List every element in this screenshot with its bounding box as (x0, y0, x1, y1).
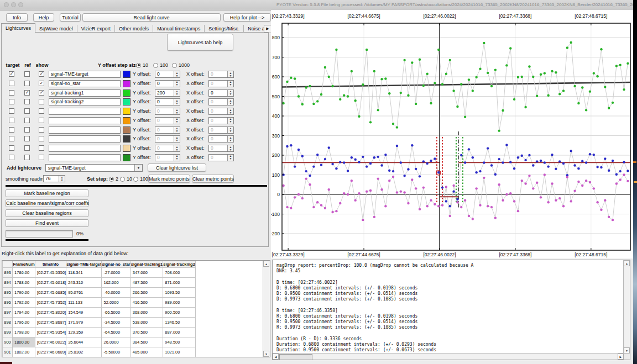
lightcurve-name-field[interactable] (49, 135, 121, 143)
radio-icon[interactable] (109, 177, 114, 182)
table-cell[interactable]: 871.000 (163, 278, 196, 288)
table-cell[interactable]: 118.341 (66, 268, 102, 278)
report-horizontal-scrollbar[interactable]: ◀ ▶ (273, 353, 624, 360)
y-step-radio-100[interactable]: 100 (153, 62, 168, 68)
lightcurve-name-field[interactable] (49, 145, 121, 152)
table-cell[interactable]: 243.310 (66, 278, 102, 288)
table-cell[interactable] (163, 357, 196, 358)
ref-checkbox[interactable] (24, 99, 30, 104)
row-number[interactable] (3, 357, 13, 358)
target-checkbox[interactable]: ✓ (9, 71, 14, 77)
column-header[interactable]: timeInfo (35, 261, 66, 268)
smoothing-readings-spinbox[interactable]: 76 ▲▼ (43, 175, 65, 182)
lightcurve-name-field[interactable] (49, 126, 121, 134)
lightcurve-name-field[interactable]: signal-tracking1 (49, 89, 121, 97)
report-vertical-scrollbar[interactable]: ▲ ▼ (623, 260, 630, 354)
x-offset-spinbox[interactable]: 0▲▼ (208, 98, 234, 105)
row-number[interactable]: 896 (3, 298, 13, 308)
x-offset-spinbox[interactable]: 0▲▼ (208, 145, 234, 152)
table-cell[interactable]: 1346.50 (163, 318, 196, 328)
table-cell[interactable]: 1802.00 (13, 347, 35, 357)
column-header[interactable]: FrameNum (13, 261, 35, 268)
table-cell[interactable]: 1798.00 (13, 328, 35, 337)
lightcurve-name-field[interactable] (49, 117, 121, 124)
table-cell[interactable]: 26.0000 (102, 337, 130, 347)
window-controls[interactable] (4, 2, 23, 7)
table-cell[interactable] (130, 357, 163, 358)
tab-manual-timestamps[interactable]: Manual timestamps (153, 25, 205, 33)
column-header[interactable]: signal-no_star (102, 261, 130, 268)
spinner-arrows-icon[interactable]: ▲▼ (227, 127, 233, 133)
radio-icon[interactable] (136, 63, 141, 68)
table-cell[interactable] (35, 357, 66, 358)
column-header[interactable]: signal-tracking1 (130, 261, 163, 268)
table-cell[interactable]: 1800.00 (13, 337, 35, 347)
spinner-arrows-icon[interactable]: ▲▼ (227, 99, 233, 105)
scroll-up-icon[interactable]: ▲ (263, 261, 269, 267)
table-cell[interactable]: [02:27:46.0022] (35, 337, 66, 347)
column-header[interactable]: signal-tracking2 (163, 261, 196, 268)
ref-checkbox[interactable] (24, 108, 30, 114)
set-step-radio-10[interactable]: 10 (120, 176, 132, 182)
y-step-radio-10[interactable]: 10 (136, 62, 148, 68)
table-cell[interactable]: 900.500 (163, 308, 196, 318)
radio-icon[interactable] (172, 63, 177, 68)
row-number[interactable]: 894 (3, 278, 13, 288)
table-cell[interactable]: 171.979 (66, 318, 102, 328)
table-cell[interactable]: 35.6044 (66, 337, 102, 347)
lightcurve-name-field[interactable] (49, 154, 121, 161)
scroll-left-icon[interactable]: ◀ (273, 354, 279, 360)
scroll-down-icon[interactable]: ▼ (263, 351, 269, 357)
y-offset-spinbox[interactable]: 0▲▼ (155, 154, 180, 161)
y-offset-spinbox[interactable]: 200▲▼ (155, 89, 180, 97)
table-cell[interactable]: [02:27:45.9354] (35, 328, 66, 337)
show-checkbox[interactable]: ✓ (39, 81, 44, 86)
ref-checkbox[interactable] (24, 71, 30, 77)
table-cell[interactable]: 370.500 (130, 328, 163, 337)
table-cell[interactable]: [02:27:45.8020] (35, 308, 66, 318)
table-cell[interactable]: -66.5000 (102, 308, 130, 318)
table-cell[interactable]: 538.000 (130, 318, 163, 328)
table-cell[interactable] (66, 357, 102, 358)
x-offset-spinbox[interactable]: 0▲▼ (208, 71, 234, 78)
table-cell[interactable]: 1792.00 (13, 298, 35, 308)
y-offset-spinbox[interactable]: 0▲▼ (155, 80, 180, 87)
action-mark-baseline-region[interactable]: Mark baseline region (6, 189, 88, 197)
table-cell[interactable]: 416.500 (130, 298, 163, 308)
spinner-arrows-icon[interactable]: ▲▼ (174, 155, 180, 161)
clear-lightcurve-list-button[interactable]: Clear lightcurve list (148, 163, 206, 172)
table-cell[interactable]: 368.000 (130, 308, 163, 318)
help-for-plot-button[interactable]: Help for plot --> (223, 13, 271, 22)
close-window-icon[interactable] (4, 2, 9, 7)
table-cell[interactable]: -34.5000 (102, 318, 130, 328)
zoom-window-icon[interactable] (18, 2, 23, 7)
y-offset-spinbox[interactable]: 0▲▼ (155, 126, 180, 134)
tab-lightcurves[interactable]: Lightcurves (1, 23, 35, 33)
lightcurve-name-field[interactable]: signal-TME-target (49, 71, 121, 78)
set-step-radio-2[interactable]: 2 (109, 176, 118, 182)
lightcurve-name-field[interactable]: signal-no_star (49, 80, 121, 87)
table-cell[interactable]: -5.50000 (102, 347, 130, 357)
action-clear-baseline-regions[interactable]: Clear baseline regions (6, 209, 88, 217)
x-offset-spinbox[interactable]: 0▲▼ (208, 89, 234, 97)
tab-sqwave-model[interactable]: SqWave model (35, 25, 77, 33)
spinner-arrows-icon[interactable]: ▲▼ (174, 99, 180, 105)
spinner-arrows-icon[interactable]: ▲▼ (227, 136, 233, 142)
spinner-arrows-icon[interactable]: ▲▼ (227, 81, 233, 87)
ref-checkbox[interactable] (24, 127, 30, 133)
ref-checkbox[interactable]: ✓ (24, 90, 30, 96)
table-cell[interactable]: 708.000 (163, 268, 196, 278)
y-step-radio-1000[interactable]: 1000 (172, 62, 190, 68)
mark-metric-points-button[interactable]: Mark metric points (148, 175, 190, 183)
row-number[interactable]: 899 (3, 328, 13, 337)
table-cell[interactable]: 162.000 (102, 278, 130, 288)
table-cell[interactable] (102, 357, 130, 358)
radio-icon[interactable] (153, 63, 158, 68)
y-offset-spinbox[interactable]: 0▲▼ (155, 117, 180, 124)
table-cell[interactable]: 384.500 (130, 337, 163, 347)
read-light-curve-button[interactable]: Read light curve (82, 13, 221, 22)
target-checkbox[interactable] (9, 108, 14, 114)
table-cell[interactable]: [02:27:46.0689] (35, 347, 66, 357)
row-number[interactable]: 897 (3, 308, 13, 318)
table-cell[interactable]: 485.000 (130, 347, 163, 357)
